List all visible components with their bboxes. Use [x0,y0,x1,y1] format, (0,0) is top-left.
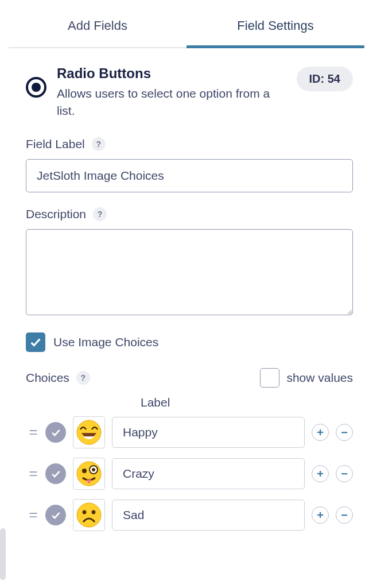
checkmark-icon [50,468,61,479]
add-choice-button[interactable]: + [312,506,329,524]
description-label: Description [26,207,86,221]
scrollbar[interactable] [0,528,6,580]
happy-emoji-icon [76,419,102,446]
help-icon[interactable]: ? [93,207,107,221]
drag-handle-icon[interactable]: = [26,506,38,524]
minus-icon: − [341,509,348,521]
choices-label: Choices [26,371,69,385]
minus-icon: − [341,427,348,438]
choice-default-toggle[interactable] [45,505,66,525]
svg-point-0 [77,420,101,444]
choice-image-thumb[interactable] [73,416,105,448]
choice-column-label: Label [141,396,353,409]
use-image-choices-label: Use Image Choices [53,335,158,349]
choice-label-input[interactable] [112,458,305,489]
add-choice-button[interactable]: + [312,424,329,441]
add-choice-button[interactable]: + [312,465,329,482]
drag-handle-icon[interactable]: = [26,465,38,482]
remove-choice-button[interactable]: − [336,424,353,441]
svg-point-5 [77,503,101,527]
choice-image-thumb[interactable] [73,499,105,531]
choice-image-thumb[interactable] [73,458,105,490]
field-type-description: Allows users to select one option from a… [57,85,275,120]
show-values-label: show values [286,371,353,385]
field-header: Radio Buttons Allows users to select one… [26,65,353,120]
sad-emoji-icon [76,502,102,528]
minus-icon: − [341,468,348,479]
svg-point-4 [92,468,95,471]
choice-row: = + − [26,499,353,531]
checkmark-icon [50,427,61,438]
help-icon[interactable]: ? [76,371,90,385]
radio-button-icon [26,77,46,98]
drag-handle-icon[interactable]: = [26,423,38,441]
use-image-choices-checkbox[interactable] [26,332,45,352]
choice-row: = + − [26,416,353,448]
field-id-badge: ID: 54 [297,67,353,91]
plus-icon: + [317,468,324,479]
choice-label-input[interactable] [112,500,305,531]
svg-point-2 [82,469,87,473]
tab-field-settings[interactable]: Field Settings [187,6,364,47]
description-input[interactable] [26,229,353,315]
svg-point-6 [83,510,87,514]
show-values-checkbox[interactable] [260,368,279,388]
field-label-label: Field Label [26,137,85,151]
svg-point-7 [92,510,96,514]
choice-default-toggle[interactable] [45,422,66,443]
remove-choice-button[interactable]: − [336,465,353,482]
plus-icon: + [317,509,324,521]
field-label-input[interactable] [26,159,353,192]
checkmark-icon [50,509,61,521]
choice-default-toggle[interactable] [45,463,66,484]
plus-icon: + [317,427,324,438]
tab-add-fields[interactable]: Add Fields [9,6,187,47]
choice-row: = + − [26,458,353,490]
crazy-emoji-icon [76,461,102,487]
help-icon[interactable]: ? [92,137,106,151]
field-type-title: Radio Buttons [57,65,286,82]
remove-choice-button[interactable]: − [336,506,353,524]
choice-label-input[interactable] [112,417,305,448]
checkmark-icon [29,336,42,349]
